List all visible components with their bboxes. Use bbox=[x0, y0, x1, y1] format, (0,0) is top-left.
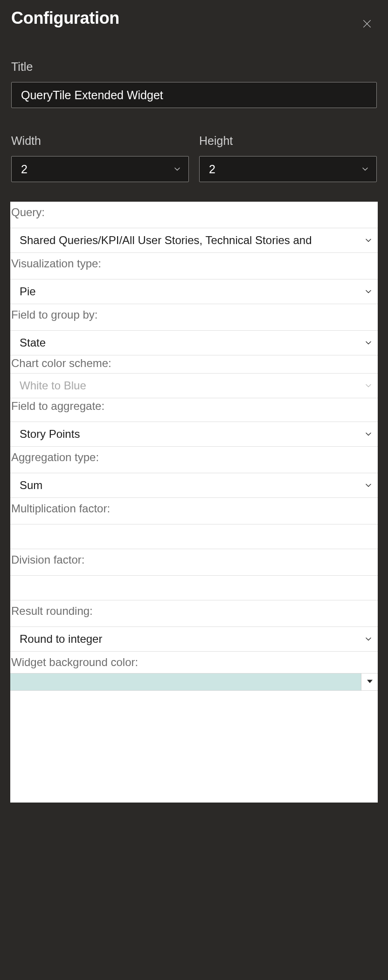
height-value: 2 bbox=[209, 163, 215, 176]
group-by-value: State bbox=[20, 336, 46, 349]
rounding-row: Result rounding: Round to integer bbox=[10, 600, 378, 652]
height-field-group: Height 2 bbox=[199, 134, 377, 182]
group-by-select[interactable]: State bbox=[10, 330, 378, 355]
chevron-down-icon bbox=[364, 481, 373, 490]
multiplication-row: Multiplication factor: bbox=[10, 498, 378, 549]
query-row: Query: Shared Queries/KPI/All User Stori… bbox=[10, 202, 378, 253]
aggregate-field-select[interactable]: Story Points bbox=[10, 422, 378, 447]
aggregation-type-label: Aggregation type: bbox=[10, 447, 378, 466]
title-label: Title bbox=[11, 60, 377, 74]
width-select[interactable]: 2 bbox=[11, 156, 189, 182]
height-label: Height bbox=[199, 134, 377, 148]
color-swatch bbox=[10, 674, 361, 690]
close-button[interactable] bbox=[360, 17, 374, 32]
visualization-select[interactable]: Pie bbox=[10, 279, 378, 304]
background-color-row: Widget background color: bbox=[10, 652, 378, 691]
height-select[interactable]: 2 bbox=[199, 156, 377, 182]
background-color-picker[interactable] bbox=[10, 673, 378, 691]
caret-down-icon bbox=[367, 678, 373, 686]
multiplication-input[interactable] bbox=[10, 524, 378, 549]
rounding-value: Round to integer bbox=[20, 633, 102, 646]
panel-header: Configuration bbox=[0, 0, 388, 32]
aggregate-field-row: Field to aggregate: Story Points bbox=[10, 398, 378, 447]
close-icon bbox=[362, 19, 372, 30]
color-scheme-label: Chart color scheme: bbox=[10, 355, 378, 372]
configuration-panel: Configuration Title Width 2 bbox=[0, 0, 388, 980]
color-scheme-value: White to Blue bbox=[20, 379, 86, 392]
query-select[interactable]: Shared Queries/KPI/All User Stories, Tec… bbox=[10, 228, 378, 253]
title-field-group: Title bbox=[11, 60, 377, 108]
aggregation-type-value: Sum bbox=[20, 479, 42, 492]
chevron-down-icon bbox=[173, 164, 182, 174]
chevron-down-icon bbox=[360, 164, 370, 174]
chevron-down-icon bbox=[364, 429, 373, 439]
title-input[interactable] bbox=[11, 82, 377, 108]
aggregation-type-row: Aggregation type: Sum bbox=[10, 447, 378, 498]
light-config-section: Query: Shared Queries/KPI/All User Stori… bbox=[10, 202, 378, 803]
chevron-down-icon bbox=[364, 381, 373, 390]
dark-config-section: Title Width 2 Height 2 bbox=[0, 60, 388, 182]
size-row: Width 2 Height 2 bbox=[11, 134, 377, 182]
chevron-down-icon bbox=[364, 634, 373, 644]
width-value: 2 bbox=[21, 163, 28, 176]
visualization-row: Visualization type: Pie bbox=[10, 253, 378, 304]
width-field-group: Width 2 bbox=[11, 134, 189, 182]
rounding-label: Result rounding: bbox=[10, 600, 378, 620]
query-value: Shared Queries/KPI/All User Stories, Tec… bbox=[20, 234, 312, 247]
visualization-value: Pie bbox=[20, 285, 36, 298]
aggregate-field-label: Field to aggregate: bbox=[10, 398, 378, 415]
chevron-down-icon bbox=[364, 287, 373, 296]
aggregate-field-value: Story Points bbox=[20, 428, 80, 441]
panel-title: Configuration bbox=[11, 8, 119, 28]
color-dropdown-button[interactable] bbox=[361, 674, 378, 690]
rounding-select[interactable]: Round to integer bbox=[10, 626, 378, 652]
group-by-row: Field to group by: State bbox=[10, 304, 378, 355]
visualization-label: Visualization type: bbox=[10, 253, 378, 272]
division-input[interactable] bbox=[10, 575, 378, 600]
group-by-label: Field to group by: bbox=[10, 304, 378, 324]
background-color-label: Widget background color: bbox=[10, 652, 378, 671]
width-label: Width bbox=[11, 134, 189, 148]
color-scheme-select[interactable]: White to Blue bbox=[10, 373, 378, 398]
chevron-down-icon bbox=[364, 338, 373, 347]
svg-marker-2 bbox=[367, 680, 373, 683]
division-row: Division factor: bbox=[10, 549, 378, 600]
query-label: Query: bbox=[10, 202, 378, 221]
chevron-down-icon bbox=[364, 236, 373, 245]
division-label: Division factor: bbox=[10, 549, 378, 569]
aggregation-type-select[interactable]: Sum bbox=[10, 473, 378, 498]
color-scheme-row: Chart color scheme: White to Blue bbox=[10, 355, 378, 398]
multiplication-label: Multiplication factor: bbox=[10, 498, 378, 517]
